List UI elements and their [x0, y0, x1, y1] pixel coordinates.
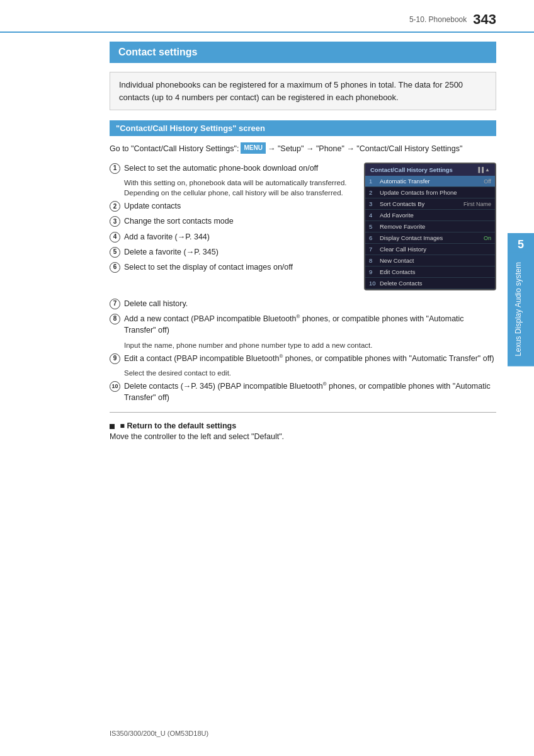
nav-path: Go to "Contact/Call History Settings": M…: [110, 142, 496, 155]
list-item: 9 Edit a contact (PBAP incompatible Blue…: [110, 353, 496, 364]
list-item: 1 Select to set the automatic phone-book…: [110, 163, 355, 174]
default-settings-text: Move the controller to the left and sele…: [110, 432, 496, 441]
screen-item-num-5: 5: [369, 223, 377, 230]
item-circle-7: 7: [110, 299, 120, 309]
item-circle-3: 3: [110, 216, 120, 227]
screen-item-num-2: 2: [369, 189, 377, 196]
list-item: 3 Change the sort contacts mode: [110, 215, 355, 227]
page-header: 5-10. Phonebook 343: [0, 0, 534, 33]
screen-item-label-1: Automatic Transfer: [380, 178, 430, 185]
item-text-3: Change the sort contacts mode: [124, 215, 355, 227]
main-content: Contact settings Individual phonebooks c…: [0, 42, 534, 479]
item-text-5: Delete a favorite (→P. 345): [124, 246, 355, 258]
screen-item-num-10: 10: [369, 280, 377, 287]
screen-item-label-2: Update Contacts from Phone: [380, 189, 457, 196]
list-item: 10 Delete contacts (→P. 345) (PBAP incom…: [110, 381, 496, 403]
screen-status-icons: ▐▐ ▲: [477, 167, 490, 173]
screen-item-label-7: Clear Call History: [380, 246, 426, 253]
main-title-text: Contact settings: [118, 47, 197, 57]
divider: [110, 412, 496, 413]
screen-item-label-10: Delete Contacts: [380, 280, 423, 287]
list-item: 7 Delete call history.: [110, 298, 496, 309]
item-subtext-1: With this setting on, phonebook data wil…: [124, 178, 355, 198]
screen-title: Contact/Call History Settings: [370, 166, 453, 173]
screen-item-num-8: 8: [369, 257, 377, 264]
screen-menu-item-10: 10 Delete Contacts: [365, 278, 495, 289]
item-text-7: Delete call history.: [124, 298, 496, 309]
screen-title-bar: Contact/Call History Settings ▐▐ ▲: [365, 164, 495, 176]
screen-item-label-8: New Contact: [380, 257, 414, 264]
screen-item-num-6: 6: [369, 234, 377, 241]
screen-item-value-1: Off: [484, 178, 491, 185]
screen-item-num-9: 9: [369, 268, 377, 275]
item-text-6: Select to set the display of contact ima…: [124, 261, 355, 273]
page-footer: IS350/300/200t_U (OM53D18U): [110, 730, 208, 737]
screen-item-num-7: 7: [369, 246, 377, 253]
screen-item-label-4: Add Favorite: [380, 212, 414, 219]
list-item: 5 Delete a favorite (→P. 345): [110, 246, 355, 258]
item-circle-10: 10: [110, 381, 120, 392]
default-settings: ■ Return to the default settings Move th…: [110, 421, 496, 441]
list-item: 8 Add a new contact (PBAP incompatible B…: [110, 313, 496, 336]
list-item: 6 Select to set the display of contact i…: [110, 261, 355, 273]
screen-item-value-6: On: [484, 235, 491, 241]
screen-menu-item-5: 5 Remove Favorite: [365, 221, 495, 232]
item-circle-5: 5: [110, 247, 120, 258]
info-box: Individual phonebooks can be registered …: [110, 72, 496, 110]
header-section: 5-10. Phonebook: [409, 15, 467, 24]
nav-path-text-after: → "Setup" → "Phone" → "Contact/Call Hist…: [268, 142, 462, 155]
screen-item-num-4: 4: [369, 212, 377, 219]
screen-menu-item-4: 4 Add Favorite: [365, 210, 495, 221]
item-text-9: Edit a contact (PBAP incompatible Blueto…: [124, 353, 496, 364]
item-circle-9: 9: [110, 353, 120, 364]
screen-menu-item-9: 9 Edit Contacts: [365, 266, 495, 278]
item-circle-8: 8: [110, 314, 120, 324]
item-circle-2: 2: [110, 201, 120, 212]
screen-menu-item-6: 6 Display Contact Images On: [365, 232, 495, 244]
item-circle-1: 1: [110, 163, 120, 174]
content-columns: 1 Select to set the automatic phone-book…: [110, 163, 496, 290]
nav-path-text-before: Go to "Contact/Call History Settings":: [110, 142, 239, 155]
item-text-8: Add a new contact (PBAP incompatible Blu…: [124, 313, 496, 336]
subsection-title: "Contact/Call History Settings" screen: [116, 123, 265, 133]
screen-item-label-3: Sort Contacts By: [380, 200, 424, 207]
page-number: 343: [473, 11, 496, 28]
left-column: 1 Select to set the automatic phone-book…: [110, 163, 355, 290]
item-text-2: Update contacts: [124, 200, 355, 212]
default-settings-header: ■ Return to the default settings: [110, 421, 496, 430]
screen-menu-item-2: 2 Update Contacts from Phone: [365, 187, 495, 198]
item-circle-6: 6: [110, 262, 120, 273]
screen-item-label-5: Remove Favorite: [380, 223, 425, 230]
item-text-4: Add a favorite (→P. 344): [124, 231, 355, 243]
screen-item-num-1: 1: [369, 178, 377, 185]
footer-text: IS350/300/200t_U (OM53D18U): [110, 730, 208, 737]
subsection-banner: "Contact/Call History Settings" screen: [110, 120, 496, 136]
side-tab: Lexus Display Audio system: [508, 252, 534, 366]
screen-menu-item-1: 1 Automatic Transfer Off: [365, 176, 495, 187]
item-subtext-8: Input the name, phone number and phone n…: [124, 340, 496, 350]
item-text-10: Delete contacts (→P. 345) (PBAP incompat…: [124, 381, 496, 403]
screen-item-label-6: Display Contact Images: [380, 234, 443, 241]
main-title-banner: Contact settings: [110, 42, 496, 63]
item-circle-4: 4: [110, 232, 120, 243]
screen-item-value-3: First Name: [463, 201, 491, 207]
page-container: 5-10. Phonebook 343 Contact settings Ind…: [0, 0, 534, 756]
item-text-1: Select to set the automatic phone-book d…: [124, 163, 355, 174]
list-item: 4 Add a favorite (→P. 344): [110, 231, 355, 243]
item-subtext-9: Select the desired contact to edit.: [124, 368, 496, 378]
nav-menu-icon: MENU: [241, 142, 265, 154]
screen-menu-item-8: 8 New Contact: [365, 255, 495, 266]
screen-menu-item-3: 3 Sort Contacts By First Name: [365, 198, 495, 210]
black-square-icon: [110, 424, 115, 429]
right-column: Contact/Call History Settings ▐▐ ▲ 1 Aut…: [364, 163, 496, 290]
screen-menu-item-7: 7 Clear Call History: [365, 244, 495, 255]
screen-item-label-9: Edit Contacts: [380, 268, 416, 275]
screen-item-num-3: 3: [369, 200, 377, 207]
screen-mockup: Contact/Call History Settings ▐▐ ▲ 1 Aut…: [364, 163, 496, 290]
info-box-text: Individual phonebooks can be registered …: [119, 80, 463, 102]
list-item: 2 Update contacts: [110, 200, 355, 212]
